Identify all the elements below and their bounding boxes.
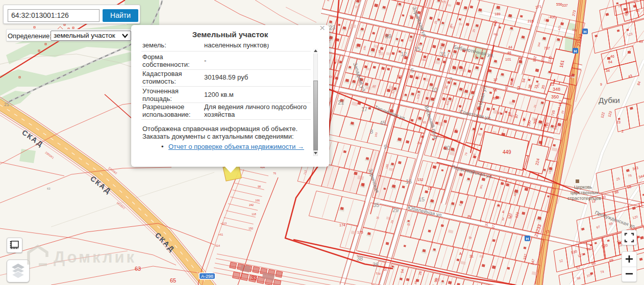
svg-text:47: 47 bbox=[479, 56, 483, 60]
svg-text:215: 215 bbox=[528, 19, 534, 23]
svg-text:12: 12 bbox=[401, 51, 407, 57]
svg-text:49: 49 bbox=[639, 40, 643, 43]
svg-text:31: 31 bbox=[469, 254, 474, 258]
svg-text:98: 98 bbox=[258, 185, 261, 188]
svg-text:А: А bbox=[459, 252, 462, 255]
svg-text:4: 4 bbox=[502, 210, 504, 214]
svg-text:29: 29 bbox=[392, 207, 399, 213]
svg-text:40: 40 bbox=[409, 14, 413, 18]
svg-text:19: 19 bbox=[548, 170, 552, 174]
svg-text:61: 61 bbox=[407, 223, 410, 226]
svg-text:174: 174 bbox=[339, 223, 345, 227]
svg-text:2: 2 bbox=[502, 217, 504, 221]
svg-text:64: 64 bbox=[608, 60, 612, 64]
svg-text:царственных: царственных bbox=[571, 190, 599, 195]
svg-text:449: 449 bbox=[503, 149, 511, 155]
svg-text:2: 2 bbox=[622, 129, 624, 133]
svg-text:17: 17 bbox=[361, 106, 367, 112]
svg-text:21: 21 bbox=[4, 102, 9, 107]
svg-text:+61: +61 bbox=[218, 233, 223, 236]
svg-text:26: 26 bbox=[418, 271, 422, 275]
svg-text:400: 400 bbox=[550, 15, 556, 19]
svg-text:9: 9 bbox=[384, 144, 387, 150]
svg-text:46: 46 bbox=[610, 55, 614, 58]
svg-text:43: 43 bbox=[452, 65, 455, 69]
svg-text:Домклик: Домклик bbox=[54, 248, 136, 266]
svg-text:79: 79 bbox=[464, 152, 468, 156]
svg-text:10: 10 bbox=[431, 87, 437, 93]
svg-text:23: 23 bbox=[616, 120, 621, 124]
svg-text:20: 20 bbox=[444, 145, 450, 151]
svg-text:65: 65 bbox=[170, 277, 176, 283]
svg-text:337: 337 bbox=[562, 4, 568, 7]
svg-text:68: 68 bbox=[378, 49, 381, 53]
svg-text:35: 35 bbox=[373, 202, 379, 208]
svg-text:189: 189 bbox=[494, 12, 501, 16]
svg-text:21: 21 bbox=[338, 99, 344, 106]
svg-text:76: 76 bbox=[273, 172, 276, 175]
svg-text:32: 32 bbox=[439, 46, 443, 50]
svg-text:37: 37 bbox=[493, 78, 498, 82]
svg-text:118: 118 bbox=[252, 213, 256, 216]
svg-text:36: 36 bbox=[373, 262, 379, 268]
svg-text:49: 49 bbox=[385, 33, 391, 39]
svg-text:348: 348 bbox=[553, 87, 560, 92]
svg-text:23: 23 bbox=[550, 83, 554, 86]
svg-text:166: 166 bbox=[255, 199, 260, 202]
svg-text:46: 46 bbox=[507, 51, 511, 55]
svg-text:37: 37 bbox=[373, 84, 376, 88]
svg-text:63: 63 bbox=[478, 133, 482, 136]
svg-text:15: 15 bbox=[414, 46, 420, 52]
svg-text:15: 15 bbox=[428, 187, 432, 190]
svg-text:33: 33 bbox=[251, 275, 257, 281]
svg-text:242: 242 bbox=[249, 203, 254, 206]
svg-text:34: 34 bbox=[606, 69, 610, 72]
svg-text:31: 31 bbox=[440, 51, 446, 57]
svg-text:42: 42 bbox=[459, 203, 462, 206]
svg-text:46: 46 bbox=[414, 281, 417, 284]
svg-text:350: 350 bbox=[551, 94, 559, 99]
svg-text:63: 63 bbox=[329, 75, 332, 79]
svg-text:65: 65 bbox=[423, 120, 426, 124]
svg-text:22: 22 bbox=[538, 120, 541, 123]
svg-text:Н: Н bbox=[574, 49, 577, 54]
svg-text:99: 99 bbox=[434, 278, 438, 282]
svg-text:А-298: А-298 bbox=[201, 274, 213, 279]
svg-text:9: 9 bbox=[600, 83, 602, 86]
svg-text:86: 86 bbox=[444, 85, 448, 89]
svg-text:7: 7 bbox=[449, 76, 452, 83]
svg-text:175: 175 bbox=[357, 230, 363, 234]
svg-text:15: 15 bbox=[418, 196, 425, 202]
svg-text:14: 14 bbox=[400, 269, 404, 273]
svg-text:514: 514 bbox=[215, 244, 220, 247]
svg-text:+113: +113 bbox=[220, 222, 227, 225]
svg-text:5: 5 bbox=[411, 67, 414, 73]
svg-text:Дубки: Дубки bbox=[599, 96, 620, 105]
svg-text:101: 101 bbox=[505, 58, 511, 61]
svg-text:55: 55 bbox=[383, 267, 387, 271]
svg-text:63: 63 bbox=[47, 187, 51, 190]
svg-text:44: 44 bbox=[508, 45, 512, 49]
svg-text:Н: Н bbox=[584, 30, 587, 34]
svg-text:25: 25 bbox=[434, 20, 437, 24]
svg-text:31: 31 bbox=[376, 216, 380, 220]
svg-text:7: 7 bbox=[480, 219, 482, 223]
svg-text:29: 29 bbox=[561, 110, 564, 114]
svg-text:45: 45 bbox=[380, 120, 386, 126]
svg-text:29: 29 bbox=[390, 220, 394, 224]
svg-text:38: 38 bbox=[357, 255, 363, 262]
svg-text:152: 152 bbox=[417, 178, 424, 182]
svg-text:24: 24 bbox=[401, 39, 404, 42]
svg-text:8: 8 bbox=[370, 128, 373, 135]
svg-text:737: 737 bbox=[544, 46, 550, 50]
svg-text:50: 50 bbox=[468, 236, 472, 240]
svg-text:Н: Н bbox=[526, 237, 529, 241]
svg-text:16: 16 bbox=[406, 178, 412, 185]
svg-text:31: 31 bbox=[533, 105, 537, 108]
svg-text:65: 65 bbox=[493, 96, 497, 100]
svg-text:56: 56 bbox=[493, 88, 497, 92]
svg-text:25: 25 bbox=[472, 29, 476, 32]
svg-text:150: 150 bbox=[249, 227, 253, 230]
svg-text:страстотерпцев: страстотерпцев bbox=[567, 196, 601, 201]
svg-text:13: 13 bbox=[454, 128, 458, 132]
